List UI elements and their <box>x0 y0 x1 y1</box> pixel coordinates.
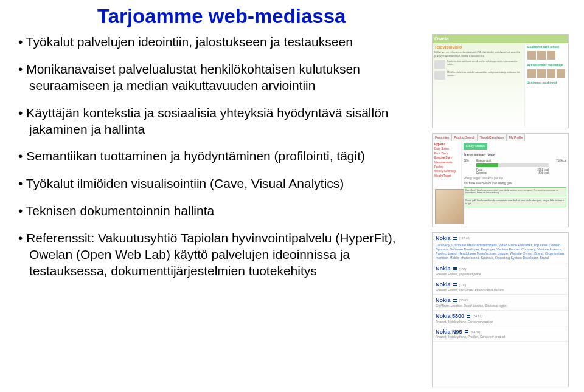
owela-row-text: Mietiliten televisio on tulevaisuudeks, … <box>447 71 523 77</box>
nk-logo: Nokia <box>436 281 451 288</box>
hf-tab: My Profile <box>507 134 525 141</box>
owela-sidebar: Sisältöihin idea-aiheet Aktiivisimmat os… <box>524 43 568 128</box>
nk-score: (51.45) <box>471 330 481 334</box>
bullet-context-sharing: Käyttäjän kontekstia ja sosiaalisia yhte… <box>18 105 426 138</box>
bullet-tools-ideation: Työkalut palvelujen ideointiin, jalostuk… <box>18 34 426 50</box>
slide-title: Tarjoamme web-mediassa <box>97 5 572 28</box>
bullet-references: Referenssit: Vakuutusyhtiö Tapiolan hyvi… <box>18 230 426 280</box>
owela-header: Owela <box>433 35 568 43</box>
avatar <box>527 69 536 78</box>
owela-side-avatars <box>527 69 566 80</box>
owela-side-thumbs <box>527 50 566 61</box>
nk-result: Nokia(117.46) Company, Computer Manufact… <box>433 233 568 263</box>
hf-menu-item: Measurements <box>434 161 459 164</box>
hf-val: 710 kcal <box>556 159 566 175</box>
avatar <box>537 51 546 60</box>
nk-logo: Nokia N95 <box>436 329 462 335</box>
hf-bar <box>476 163 549 167</box>
hf-brand: HyperFit <box>434 143 459 146</box>
owela-logo: Owela <box>434 36 449 42</box>
nk-score: (50.63) <box>459 298 469 302</box>
hf-menu-item: Weight Target <box>434 174 459 177</box>
hf-menu-item: Exercise Diary <box>434 156 459 159</box>
flag-icon <box>467 315 470 318</box>
nk-result: Nokia 5800(54.61) Product, Mobile phone,… <box>433 311 568 326</box>
owela-side-heading: Sisältöihin idea-aiheet <box>527 45 566 49</box>
nk-desc: Product, Mobile phone, Product, Consumer… <box>436 335 565 339</box>
text-column: Työkalut palvelujen ideointiin, jalostuk… <box>18 34 432 387</box>
owela-screenshot: Owela Televisiovisio Millainen on tuleva… <box>432 34 569 128</box>
thumbnail-column: Owela Televisiovisio Millainen on tuleva… <box>432 34 572 387</box>
nk-logo: Nokia <box>436 266 451 272</box>
nk-desc: Western Finland, populated place <box>436 272 565 276</box>
avatar <box>547 51 555 60</box>
avatar <box>547 69 555 78</box>
hf-user-photo <box>435 189 464 224</box>
nokia-search-screenshot: Nokia(117.46) Company, Computer Manufact… <box>432 232 569 387</box>
nk-result: Nokia(100) Western Finland, third-order … <box>433 279 568 295</box>
owela-main: Televisiovisio Millainen on tulevaisuude… <box>433 43 524 128</box>
flag-icon <box>453 299 457 302</box>
bullet-multichannel: Monikanavaiset palvelualustat henkilökoh… <box>18 61 426 94</box>
flag-icon <box>465 330 468 333</box>
nk-desc: Product, Mobile phone, Consumer product <box>436 320 565 323</box>
nk-logo: Nokia <box>436 297 451 304</box>
nk-score: (100) <box>459 283 467 287</box>
bullet-visualization: Työkalut ilmiöiden visualisointiin (Cave… <box>18 176 426 192</box>
hf-val: 836 kcal <box>538 171 549 174</box>
hyperfit-main: Daily status Energy summary - today 52% … <box>462 141 568 227</box>
hf-tab: Favourites <box>433 134 451 141</box>
avatar <box>557 69 565 78</box>
hyperfit-screenshot: Favourites Product Search Tools&Calculat… <box>432 133 569 227</box>
hf-note: Good job! You have already completed ove… <box>464 198 566 207</box>
owela-side-heading: Uusimmat merkinnät <box>527 81 566 84</box>
nk-logo: Nokia 5800 <box>436 313 464 320</box>
hf-sum-label: Energy summary - today <box>464 153 566 156</box>
hf-target: Energy target: 2000 kcal per day <box>464 177 566 180</box>
hf-tab: Tools&Calculators <box>478 134 507 141</box>
flag-icon <box>453 283 457 286</box>
hf-tab: Product Search <box>451 134 477 141</box>
nk-desc: Western Finland, third-order administrat… <box>436 288 565 292</box>
avatar <box>537 69 546 78</box>
hf-row-exercise: Exercise <box>476 171 487 174</box>
nk-score: (100) <box>459 267 467 271</box>
hf-pct: 52% <box>464 159 469 175</box>
hf-menu-item: Weekly Summary <box>434 170 459 173</box>
flag-icon <box>453 267 457 270</box>
bullet-tech-docs: Teknisen dokumentoinnin hallinta <box>18 203 426 219</box>
nk-result: Nokia N95(51.45) Product, Mobile phone, … <box>433 326 568 342</box>
nk-logo: Nokia <box>436 235 451 242</box>
hf-title: Daily status <box>464 143 487 150</box>
slide-container: Tarjoamme web-mediassa Työkalut palveluj… <box>0 0 584 392</box>
nk-result: Nokia(50.63) City/Town, Location, Dated … <box>433 295 568 311</box>
owela-heading: Televisiovisio <box>434 45 523 50</box>
owela-row-text: Kanta kertoin on tässä on ok muttei selv… <box>447 60 523 66</box>
hf-menu-item: Food Diary <box>434 152 459 155</box>
owela-side-heading: Aktiivisimmat osallistujat <box>527 63 566 67</box>
hf-menu-item: Daily Status <box>434 147 459 150</box>
nk-result: Nokia(100) Western Finland, populated pl… <box>433 263 568 279</box>
thumb-icon <box>434 60 445 69</box>
nk-score: (117.46) <box>459 236 471 240</box>
thumb-icon <box>434 71 445 80</box>
bullet-semantics: Semantiikan tuottaminen ja hyödyntäminen… <box>18 148 426 165</box>
content-row: Työkalut palvelujen ideointiin, jalostuk… <box>18 34 572 387</box>
owela-blurb: Millainen on tulevaisuuden televisio? Es… <box>434 51 523 58</box>
hf-menu-item: Feeling <box>434 165 459 168</box>
hf-note: Excellent! You have exceeded your daily … <box>464 187 566 197</box>
flag-icon <box>453 237 457 240</box>
hf-used: You have used 52% of your energy goal <box>464 182 566 185</box>
owela-body: Televisiovisio Millainen on tulevaisuude… <box>433 43 568 128</box>
hf-col-label: Energy total <box>476 159 549 162</box>
nk-desc: City/Town, Location, Dated location, Sta… <box>436 304 565 308</box>
nk-score: (54.61) <box>473 314 482 318</box>
owela-idea-row: Kanta kertoin on tässä on ok muttei selv… <box>434 60 523 69</box>
avatar <box>527 51 536 60</box>
owela-idea-row: Mietiliten televisio on tulevaisuudeks, … <box>434 71 523 80</box>
hyperfit-tabs: Favourites Product Search Tools&Calculat… <box>433 134 568 141</box>
nk-desc: Company, Computer Manufacturer/Brand, Vi… <box>436 243 565 261</box>
hf-summary: Energy summary - today 52% Energy total … <box>464 153 566 207</box>
